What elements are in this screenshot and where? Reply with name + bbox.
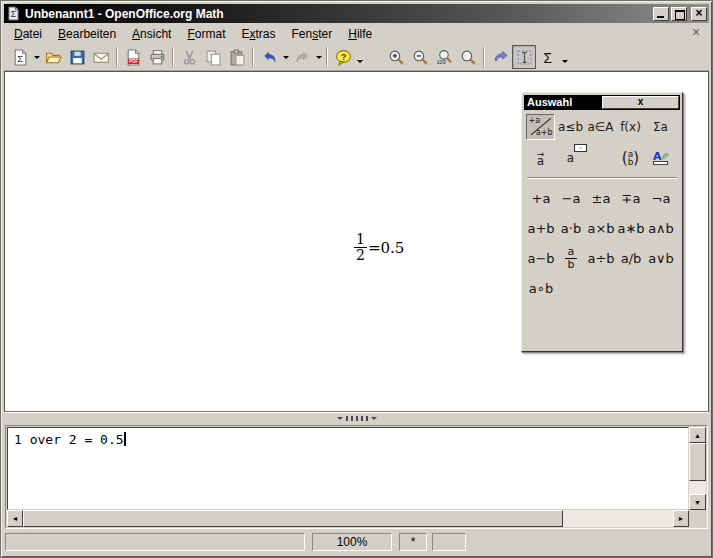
category-attributes[interactable]: →a [526, 145, 555, 171]
symbol-button[interactable]: a/b [616, 243, 646, 273]
palette-symbols: +a−a±a∓a¬aa+ba·ba×ba∗ba∧ba−baba÷ba/ba∨ba… [526, 183, 678, 303]
symbol-button[interactable]: −a [556, 183, 586, 213]
command-input[interactable]: 1 over 2 = 0.5 [7, 427, 689, 510]
symbol-button[interactable]: ∓a [616, 183, 646, 213]
close-document-icon[interactable]: × [689, 26, 703, 40]
horizontal-scroll-thumb[interactable] [23, 510, 563, 527]
export-pdf-icon: PDF [125, 49, 142, 66]
category-set-operations[interactable]: a∈A [586, 114, 615, 140]
formula-display[interactable]: 1 2 =0.5 [354, 232, 404, 263]
view-splitter [4, 412, 709, 423]
palette-close-icon[interactable]: x [602, 96, 679, 109]
paste-button[interactable] [225, 45, 249, 69]
symbol-button[interactable]: ab [556, 243, 586, 273]
vertical-scroll-thumb[interactable] [689, 443, 706, 481]
scroll-down-icon[interactable]: ▼ [689, 494, 706, 510]
symbol-button[interactable]: ¬a [646, 183, 676, 213]
new-formula-icon: Σ [12, 49, 29, 66]
title-bar: Σ Unbenannt1 - OpenOffice.org Math [4, 4, 709, 23]
zoom-page-icon [460, 49, 477, 66]
symbol-button[interactable]: a·b [556, 213, 586, 243]
zoom-100-button[interactable]: 100 [432, 45, 456, 69]
symbol-button[interactable]: a+b [526, 213, 556, 243]
toolbar-overflow-icon[interactable] [560, 45, 571, 69]
fraction-denominator: 2 [354, 247, 367, 263]
symbol-row: a+ba·ba×ba∗ba∧b [526, 213, 678, 243]
open-folder-icon [45, 49, 62, 66]
command-text: 1 over 2 = 0.5 [14, 432, 124, 447]
splitter-arrow-icon [337, 417, 343, 423]
category-formats[interactable]: A✎ [646, 145, 675, 171]
symbol-button[interactable]: a−b [526, 243, 556, 273]
category-operators[interactable]: Σa [646, 114, 675, 140]
symbol-button[interactable]: a∧b [646, 213, 676, 243]
command-horizontal-scrollbar[interactable]: ◄ ► [7, 510, 689, 527]
scroll-up-icon[interactable]: ▲ [689, 427, 706, 443]
redo-dropdown-icon[interactable] [314, 45, 323, 69]
undo-dropdown-icon[interactable] [281, 45, 290, 69]
email-button[interactable] [89, 45, 113, 69]
category-row: +aa+ba≤ba∈Af(x)Σa [526, 114, 678, 140]
zoom-out-icon [412, 49, 429, 66]
menu-fenster[interactable]: Fenster [284, 25, 341, 43]
formula-cursor-button[interactable] [512, 45, 536, 69]
help-button[interactable]: ? [331, 45, 355, 69]
symbol-button[interactable]: ±a [586, 183, 616, 213]
fraction: 1 2 [354, 232, 367, 263]
category-brackets[interactable]: (ab) [616, 145, 645, 171]
category-unary-binary-operators[interactable]: +aa+b [526, 114, 555, 140]
horizontal-scroll-track[interactable] [563, 510, 673, 527]
menu-bearbeiten[interactable]: Bearbeiten [50, 25, 124, 43]
new-formula-button[interactable]: Σ [8, 45, 32, 69]
category-misc-others[interactable]: a··· [556, 145, 585, 171]
command-vertical-scrollbar[interactable]: ▲ ▼ [689, 427, 706, 510]
copy-button[interactable] [201, 45, 225, 69]
symbol-button[interactable]: +a [526, 183, 556, 213]
window-title: Unbenannt1 - OpenOffice.org Math [25, 7, 651, 21]
refresh-button[interactable] [488, 45, 512, 69]
palette-title-bar[interactable]: Auswahl x [524, 95, 680, 110]
menu-ansicht[interactable]: Ansicht [124, 25, 179, 43]
print-button[interactable] [145, 45, 169, 69]
menu-bar: DateiBearbeitenAnsichtFormatExtrasFenste… [4, 24, 709, 43]
fraction-numerator: 1 [354, 232, 367, 247]
symbols-catalog-button[interactable]: Σ [536, 45, 560, 69]
symbol-button[interactable]: a∨b [646, 243, 676, 273]
export-pdf-button[interactable]: PDF [121, 45, 145, 69]
copy-icon [205, 49, 222, 66]
symbol-button[interactable]: a∗b [616, 213, 646, 243]
category-functions[interactable]: f(x) [616, 114, 645, 140]
formula-rhs: =0.5 [368, 239, 404, 257]
save-button[interactable] [65, 45, 89, 69]
split-handle[interactable] [337, 414, 377, 423]
symbol-button[interactable]: a×b [586, 213, 616, 243]
undo-button[interactable] [257, 45, 281, 69]
svg-text:PDF: PDF [129, 59, 138, 64]
vertical-scroll-track[interactable] [689, 481, 706, 494]
zoom-in-button[interactable] [384, 45, 408, 69]
symbol-button[interactable]: a÷b [586, 243, 616, 273]
menu-datei[interactable]: Datei [6, 25, 50, 43]
category-relations[interactable]: a≤b [556, 114, 585, 140]
minimize-button[interactable] [653, 7, 669, 21]
scroll-left-icon[interactable]: ◄ [7, 510, 23, 527]
zoom-page-button[interactable] [456, 45, 480, 69]
menu-hilfe[interactable]: Hilfe [340, 25, 380, 43]
toolbar-overflow-icon[interactable] [355, 45, 366, 69]
close-button[interactable] [691, 7, 707, 21]
new-formula-dropdown-icon[interactable] [32, 45, 41, 69]
cut-button[interactable] [177, 45, 201, 69]
symbol-button[interactable]: a∘b [526, 273, 556, 303]
svg-text:Σ: Σ [543, 49, 552, 65]
maximize-button[interactable] [671, 7, 687, 21]
svg-text:Σ: Σ [11, 9, 16, 19]
menu-extras[interactable]: Extras [234, 25, 284, 43]
status-modified: * [399, 533, 427, 551]
redo-button[interactable] [290, 45, 314, 69]
symbol-row: a−baba÷ba/ba∨b [526, 243, 678, 273]
unary-binary-glyph: +aa+b [529, 116, 553, 138]
open-button[interactable] [41, 45, 65, 69]
zoom-out-button[interactable] [408, 45, 432, 69]
menu-format[interactable]: Format [179, 25, 233, 43]
scroll-right-icon[interactable]: ► [673, 510, 689, 527]
